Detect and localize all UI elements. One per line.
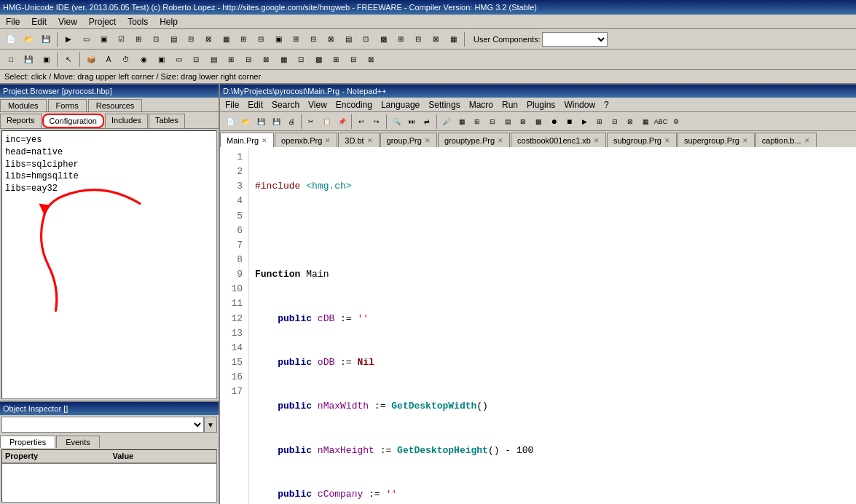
npp-tb8[interactable]: 📌 [334, 114, 349, 129]
npp-menu-settings[interactable]: Settings [426, 99, 462, 111]
code-content[interactable]: #include <hmg.ch> Function Main public c… [249, 147, 856, 504]
tb2-btn15[interactable]: ⊠ [258, 52, 274, 68]
toolbar-btn22[interactable]: ⊠ [428, 31, 444, 47]
menu-view[interactable]: View [55, 16, 80, 28]
toolbar-btn6[interactable]: ⊡ [148, 31, 164, 47]
toolbar-btn23[interactable]: ▦ [445, 31, 461, 47]
npp-tb30[interactable]: ⊟ [608, 114, 622, 129]
tb2-btn5[interactable]: 📦 [83, 52, 99, 68]
close-group-tab[interactable]: ✕ [425, 137, 431, 144]
tb2-btn21[interactable]: ⊠ [363, 52, 379, 68]
inspector-tab-events[interactable]: Events [56, 436, 100, 448]
npp-menu-macro[interactable]: Macro [467, 99, 495, 111]
npp-tb34[interactable]: ⚙ [669, 114, 683, 129]
tab-reports[interactable]: Reports [0, 114, 42, 128]
tb2-btn9[interactable]: ▣ [153, 52, 169, 68]
file-tab-supergroup[interactable]: supergroup.Prg ✕ [678, 133, 755, 147]
tb2-btn16[interactable]: ▦ [275, 52, 291, 68]
npp-find[interactable]: 🔍 [389, 114, 404, 129]
npp-tb29[interactable]: ⊞ [592, 114, 607, 129]
toolbar-btn4[interactable]: ☑ [113, 31, 129, 47]
npp-menu-edit[interactable]: Edit [246, 99, 265, 111]
toolbar-btn19[interactable]: ▩ [375, 31, 391, 47]
toolbar-form[interactable]: ▭ [78, 31, 94, 47]
npp-redo[interactable]: ↪ [369, 114, 384, 129]
menu-edit[interactable]: Edit [28, 16, 50, 28]
inspector-dropdown[interactable] [1, 417, 204, 433]
close-3d-tab[interactable]: ✕ [367, 137, 373, 144]
file-tab-3d[interactable]: 3D.bt ✕ [338, 133, 379, 147]
menu-help[interactable]: Help [157, 16, 181, 28]
npp-menu-encoding[interactable]: Encoding [334, 99, 374, 111]
npp-tb2[interactable]: 📂 [238, 114, 253, 129]
npp-tb21[interactable]: ⊞ [470, 114, 484, 129]
tb2-btn7[interactable]: ⏱ [118, 52, 134, 68]
tab-configuration[interactable]: Configuration [42, 114, 104, 128]
toolbar-btn14[interactable]: ⊞ [288, 31, 304, 47]
npp-tb6[interactable]: ✂ [304, 114, 318, 129]
tb2-btn14[interactable]: ⊟ [240, 52, 256, 68]
user-components-select[interactable] [542, 32, 608, 47]
npp-tb25[interactable]: ▩ [531, 114, 546, 129]
npp-tb24[interactable]: ⊠ [516, 114, 530, 129]
toolbar-save[interactable]: 💾 [38, 31, 54, 47]
file-tab-grouptype[interactable]: grouptype.Prg ✕ [438, 133, 510, 147]
tab-forms[interactable]: Forms [48, 99, 87, 111]
tb2-btn13[interactable]: ⊞ [223, 52, 239, 68]
toolbar-btn12[interactable]: ⊟ [253, 31, 269, 47]
file-tab-costbook[interactable]: costbook001enc1.xb ✕ [511, 133, 606, 147]
tb2-btn19[interactable]: ⊞ [328, 52, 344, 68]
npp-tb4[interactable]: 💾 [269, 114, 283, 129]
file-tab-main[interactable]: Main.Prg ✕ [220, 133, 274, 147]
close-caption-tab[interactable]: ✕ [804, 137, 810, 144]
tb2-btn12[interactable]: ▤ [205, 52, 221, 68]
menu-file[interactable]: File [3, 16, 23, 28]
tb2-btn1[interactable]: □ [3, 52, 19, 68]
npp-tb3[interactable]: 💾 [254, 114, 268, 129]
toolbar-btn21[interactable]: ⊟ [410, 31, 426, 47]
close-subgroup-tab[interactable]: ✕ [664, 137, 670, 144]
npp-tb31[interactable]: ⊠ [623, 114, 637, 129]
toolbar-btn13[interactable]: ▣ [270, 31, 286, 47]
toolbar-run[interactable]: ▶ [60, 31, 76, 47]
toolbar-btn17[interactable]: ▤ [340, 31, 356, 47]
toolbar-btn9[interactable]: ⊠ [200, 31, 216, 47]
npp-undo[interactable]: ↩ [354, 114, 369, 129]
npp-menu-window[interactable]: Window [562, 99, 597, 111]
npp-tb5[interactable]: 🖨 [284, 114, 299, 129]
file-tab-caption[interactable]: caption.b... ✕ [755, 133, 817, 147]
toolbar-btn11[interactable]: ⊞ [235, 31, 251, 47]
tb2-btn20[interactable]: ⊟ [345, 52, 361, 68]
file-tab-openxb[interactable]: openxb.Prg ✕ [275, 133, 337, 147]
close-supergroup-tab[interactable]: ✕ [742, 137, 748, 144]
tab-modules[interactable]: Modules [0, 99, 47, 111]
inspector-tab-properties[interactable]: Properties [0, 436, 55, 448]
tb2-btn3[interactable]: ▣ [38, 52, 54, 68]
npp-record[interactable]: ⏺ [546, 114, 561, 129]
toolbar-new[interactable]: 📄 [3, 31, 19, 47]
toolbar-btn7[interactable]: ▤ [165, 31, 181, 47]
npp-tb20[interactable]: ▦ [455, 114, 469, 129]
close-grouptype-tab[interactable]: ✕ [498, 137, 503, 144]
tb2-btn6[interactable]: A [101, 52, 117, 68]
npp-tb32[interactable]: ▦ [638, 114, 653, 129]
tab-includes[interactable]: Includes [105, 114, 148, 128]
close-main-tab[interactable]: ✕ [262, 137, 267, 144]
toolbar-btn20[interactable]: ⊞ [393, 31, 409, 47]
toolbar-btn3[interactable]: ▣ [95, 31, 111, 47]
npp-menu-view[interactable]: View [306, 99, 329, 111]
tb2-btn18[interactable]: ▩ [310, 52, 326, 68]
toolbar-btn15[interactable]: ⊟ [305, 31, 321, 47]
tb2-btn8[interactable]: ◉ [136, 52, 152, 68]
npp-menu-file[interactable]: File [223, 99, 241, 111]
tb2-btn11[interactable]: ⊡ [188, 52, 204, 68]
npp-menu-search[interactable]: Search [270, 99, 302, 111]
npp-tb22[interactable]: ⊟ [485, 114, 500, 129]
toolbar-btn18[interactable]: ⊡ [358, 31, 374, 47]
tb2-btn17[interactable]: ⊡ [293, 52, 309, 68]
file-tab-group[interactable]: group.Prg ✕ [380, 133, 437, 147]
npp-tb23[interactable]: ▤ [500, 114, 515, 129]
close-openxb-tab[interactable]: ✕ [325, 137, 331, 144]
toolbar-btn8[interactable]: ⊟ [183, 31, 199, 47]
tab-resources[interactable]: Resources [88, 99, 143, 111]
